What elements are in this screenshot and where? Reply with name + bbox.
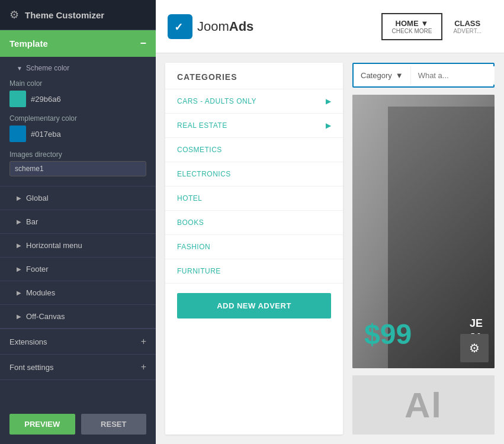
logo-text: JoomAds — [197, 19, 253, 34]
category-cars-arrow-icon: ▶ — [326, 97, 332, 105]
category-item-books[interactable]: BOOKS — [165, 211, 343, 235]
sidebar-item-bar[interactable]: ▶ Bar — [0, 210, 156, 234]
main-color-swatch[interactable] — [9, 91, 26, 107]
category-item-electronics[interactable]: ELECTRONICS — [165, 162, 343, 186]
sidebar-item-horizontal-menu[interactable]: ▶ Horizontal menu — [0, 234, 156, 258]
search-category-label: Category — [361, 71, 392, 80]
category-item-furniture[interactable]: FURNITURE — [165, 259, 343, 284]
sidebar-item-footer-label: Footer — [26, 265, 49, 274]
reset-button[interactable]: RESET — [81, 414, 147, 435]
main-color-value: #29b6a6 — [31, 95, 61, 104]
category-furniture-label: FURNITURE — [177, 267, 221, 275]
home-dropdown-icon: ▼ — [421, 19, 429, 28]
extensions-label: Extensions — [9, 337, 47, 346]
category-item-cosmetics[interactable]: COSMETICS — [165, 138, 343, 162]
product-price: $99 — [364, 318, 412, 350]
logo-plain-text: Joom — [197, 19, 229, 34]
category-hotel-label: HOTEL — [177, 194, 203, 202]
footer-arrow-icon: ▶ — [17, 266, 21, 272]
scheme-color-label: Scheme color — [26, 64, 69, 72]
content-area: CATEGORIES CARS - ADULTS ONLY ▶ REAL EST… — [156, 53, 504, 444]
sidebar-item-horizontal-menu-label: Horizontal menu — [26, 241, 82, 250]
complementary-color-value: #017eba — [31, 130, 61, 139]
add-advert-button[interactable]: ADD NEW ADVERT — [177, 293, 331, 318]
topnav-home-link[interactable]: HOME ▼ CHECK MORE — [381, 13, 443, 40]
category-real-estate-label: REAL ESTATE — [177, 121, 227, 130]
complementary-color-row: Complementary color #017eba — [0, 111, 156, 146]
topnav-links: HOME ▼ CHECK MORE CLASS ADVERT... — [381, 13, 492, 40]
sidebar-item-modules[interactable]: ▶ Modules — [0, 281, 156, 305]
search-category-dropdown[interactable]: Category ▼ — [354, 66, 411, 85]
category-books-label: BOOKS — [177, 218, 204, 227]
main-color-row: Main color #29b6a6 — [0, 76, 156, 111]
sidebar-item-global[interactable]: ▶ Global — [0, 186, 156, 210]
modules-arrow-icon: ▶ — [17, 289, 21, 296]
category-cosmetics-label: COSMETICS — [177, 146, 222, 154]
logo-icon: ✓ — [168, 14, 192, 39]
off-canvas-arrow-icon: ▶ — [17, 313, 21, 320]
search-bar: Category ▼ — [352, 63, 495, 88]
sidebar-item-off-canvas-label: Off-Canvas — [26, 312, 65, 321]
font-settings-label: Font settings — [9, 363, 53, 372]
nav-items-section: ▶ Global ▶ Bar ▶ Horizontal menu ▶ Foote… — [0, 186, 156, 329]
template-label: Template — [9, 38, 48, 49]
big-text-bar: Al — [352, 375, 495, 435]
sidebar-item-off-canvas[interactable]: ▶ Off-Canvas — [0, 305, 156, 329]
category-item-real-estate[interactable]: REAL ESTATE ▶ — [165, 114, 343, 138]
topnav-class-link[interactable]: CLASS ADVERT... — [442, 13, 492, 40]
categories-panel: CATEGORIES CARS - ADULTS ONLY ▶ REAL EST… — [165, 63, 343, 435]
extensions-plus-icon: + — [141, 336, 146, 347]
search-input[interactable] — [411, 66, 495, 85]
complementary-color-swatch-row[interactable]: #017eba — [9, 126, 146, 142]
right-content: Category ▼ $99 JE JA ⚙ — [352, 63, 495, 435]
topnav-class-main: CLASS — [454, 19, 480, 28]
content-gear-button[interactable]: ⚙ — [460, 334, 489, 362]
category-item-cars[interactable]: CARS - ADULTS ONLY ▶ — [165, 89, 343, 114]
category-real-estate-arrow-icon: ▶ — [326, 121, 332, 130]
images-directory-label: Images directory — [0, 146, 156, 161]
complementary-color-swatch[interactable] — [9, 126, 26, 142]
topnav: ✓ JoomAds HOME ▼ CHECK MORE CLASS ADVERT… — [156, 0, 504, 53]
font-settings-row[interactable]: Font settings + — [0, 355, 156, 380]
gear-icon: ⚙ — [9, 8, 19, 21]
sidebar-scroll: Template − ▼ Scheme color Main color #29… — [0, 30, 156, 444]
sidebar: ⚙ Theme Customizer Template − ▼ Scheme c… — [0, 0, 156, 444]
featured-product: $99 JE JA ⚙ — [352, 95, 495, 368]
sidebar-item-bar-label: Bar — [26, 217, 38, 226]
category-fashion-label: FASHION — [177, 243, 210, 251]
images-directory-select[interactable]: scheme1 scheme2 scheme3 — [9, 161, 146, 176]
category-item-fashion[interactable]: FASHION — [165, 235, 343, 259]
search-category-arrow-icon: ▼ — [396, 71, 403, 80]
topnav-home-sub: CHECK MORE — [392, 28, 432, 34]
main-color-label: Main color — [9, 79, 146, 88]
main-content: ✓ JoomAds HOME ▼ CHECK MORE CLASS ADVERT… — [156, 0, 504, 444]
svg-text:✓: ✓ — [174, 21, 183, 33]
topnav-class-sub: ADVERT... — [453, 28, 481, 34]
big-text-content: Al — [405, 385, 442, 426]
scheme-color-section: ▼ Scheme color Main color #29b6a6 Comple… — [0, 57, 156, 186]
scheme-arrow-icon: ▼ — [17, 65, 23, 72]
main-color-swatch-row[interactable]: #29b6a6 — [9, 91, 146, 107]
category-cars-label: CARS - ADULTS ONLY — [177, 97, 256, 105]
sidebar-item-footer[interactable]: ▶ Footer — [0, 258, 156, 281]
complementary-color-label: Complementary color — [9, 114, 146, 123]
categories-header: CATEGORIES — [165, 63, 343, 89]
extensions-row[interactable]: Extensions + — [0, 329, 156, 355]
bottom-buttons: PREVIEW RESET — [0, 404, 156, 444]
logo-bold-text: Ads — [229, 19, 254, 34]
horizontal-menu-arrow-icon: ▶ — [17, 242, 21, 249]
scheme-color-header[interactable]: ▼ Scheme color — [0, 57, 156, 76]
font-settings-plus-icon: + — [141, 362, 146, 372]
category-item-hotel[interactable]: HOTEL — [165, 186, 343, 211]
logo-area: ✓ JoomAds — [168, 14, 253, 39]
category-electronics-label: ELECTRONICS — [177, 170, 231, 178]
topnav-home-main: HOME ▼ — [396, 19, 429, 28]
preview-button[interactable]: PREVIEW — [9, 414, 75, 435]
template-bar[interactable]: Template − — [0, 30, 156, 57]
sidebar-item-global-label: Global — [26, 194, 49, 202]
sidebar-title: Theme Customizer — [25, 10, 104, 20]
bar-arrow-icon: ▶ — [17, 218, 21, 225]
sidebar-header: ⚙ Theme Customizer — [0, 0, 156, 30]
global-arrow-icon: ▶ — [17, 195, 21, 201]
sidebar-item-modules-label: Modules — [26, 288, 55, 297]
